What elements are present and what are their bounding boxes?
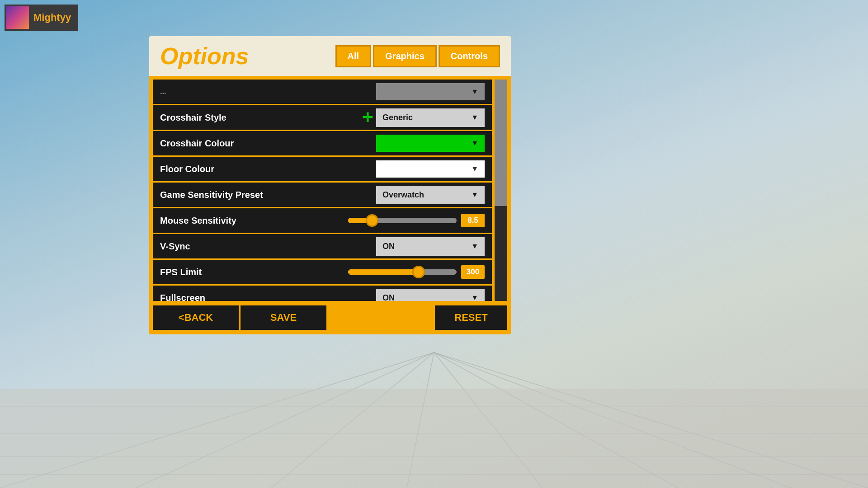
panel-title: Options	[160, 44, 249, 68]
floor-colour-row: Floor Colour ▼	[153, 157, 492, 181]
save-button[interactable]: SAVE	[241, 305, 326, 330]
user-badge: Mightyy	[5, 5, 78, 31]
mouse-sensitivity-value: 8.5	[461, 214, 485, 227]
avatar	[6, 6, 29, 29]
crosshair-style-value: Generic	[382, 113, 413, 122]
fps-limit-track[interactable]	[348, 269, 457, 275]
settings-row-top-partial: ... ▼	[153, 80, 492, 104]
floor-colour-label: Floor Colour	[160, 164, 332, 174]
vsync-row: V-Sync ON ▼	[153, 234, 492, 258]
svg-point-17	[19, 13, 20, 15]
footer-spacer	[328, 305, 433, 330]
svg-point-16	[15, 13, 17, 15]
fullscreen-arrow: ▼	[471, 294, 478, 301]
fullscreen-dropdown[interactable]: ON ▼	[376, 289, 485, 301]
fps-limit-row: FPS Limit 300	[153, 260, 492, 284]
panel-header: Options All Graphics Controls	[149, 36, 511, 76]
mouse-sensitivity-track[interactable]	[348, 218, 457, 223]
svg-rect-13	[6, 6, 29, 29]
fullscreen-label: Fullscreen	[160, 293, 332, 301]
game-sensitivity-dropdown[interactable]: Overwatch ▼	[376, 186, 485, 204]
crosshair-style-dropdown[interactable]: Generic ▼	[376, 108, 485, 127]
options-panel: Options All Graphics Controls ... ▼ Cro	[149, 36, 511, 334]
game-sensitivity-label: Game Sensitivity Preset	[160, 190, 332, 200]
crosshair-style-row: Crosshair Style ✛ Generic ▼	[153, 105, 492, 130]
mouse-sensitivity-thumb[interactable]	[366, 214, 378, 227]
panel-content: ... ▼ Crosshair Style ✛ Generic ▼	[149, 76, 511, 301]
floor-colour-arrow: ▼	[471, 165, 478, 173]
svg-rect-12	[0, 389, 868, 488]
crosshair-style-arrow: ▼	[471, 113, 478, 122]
game-sensitivity-value: Overwatch	[382, 190, 424, 200]
tab-buttons: All Graphics Controls	[335, 45, 500, 67]
crosshair-colour-label: Crosshair Colour	[160, 138, 332, 149]
game-sensitivity-arrow: ▼	[471, 191, 478, 199]
floor-colour-dropdown[interactable]: ▼	[376, 160, 485, 178]
fullscreen-row: Fullscreen ON ▼	[153, 286, 492, 301]
fullscreen-value: ON	[382, 293, 395, 301]
crosshair-colour-dropdown[interactable]: ▼	[376, 135, 485, 152]
mouse-sensitivity-label: Mouse Sensitivity	[160, 216, 332, 226]
reset-button[interactable]: RESET	[435, 305, 507, 330]
mouse-sensitivity-row: Mouse Sensitivity 8.5	[153, 208, 492, 233]
crosshair-colour-row: Crosshair Colour ▼	[153, 131, 492, 155]
fps-limit-label: FPS Limit	[160, 267, 332, 277]
svg-point-14	[13, 9, 22, 19]
panel-footer: <BACK SAVE RESET	[149, 301, 511, 334]
crosshair-colour-arrow: ▼	[471, 139, 478, 147]
mouse-sensitivity-slider-container: 8.5	[332, 214, 485, 227]
tab-all[interactable]: All	[335, 45, 372, 67]
crosshair-style-label: Crosshair Style	[160, 113, 332, 123]
fps-limit-slider-container: 300	[332, 265, 485, 279]
settings-list: ... ▼ Crosshair Style ✛ Generic ▼	[153, 80, 492, 301]
fps-limit-thumb[interactable]	[412, 266, 425, 278]
tab-graphics[interactable]: Graphics	[373, 45, 437, 67]
svg-point-15	[11, 21, 24, 29]
scrollbar-thumb[interactable]	[495, 80, 507, 206]
fps-limit-value: 300	[461, 265, 485, 279]
fps-limit-fill	[348, 269, 419, 275]
vsync-dropdown[interactable]: ON ▼	[376, 237, 485, 256]
game-sensitivity-row: Game Sensitivity Preset Overwatch ▼	[153, 183, 492, 207]
tab-controls[interactable]: Controls	[439, 45, 500, 67]
username: Mightyy	[33, 12, 71, 23]
vsync-arrow: ▼	[471, 242, 478, 250]
vsync-value: ON	[382, 242, 395, 251]
scrollbar-track[interactable]	[495, 80, 507, 301]
back-button[interactable]: <BACK	[153, 305, 239, 330]
vsync-label: V-Sync	[160, 241, 332, 252]
crosshair-icon: ✛	[362, 110, 373, 125]
